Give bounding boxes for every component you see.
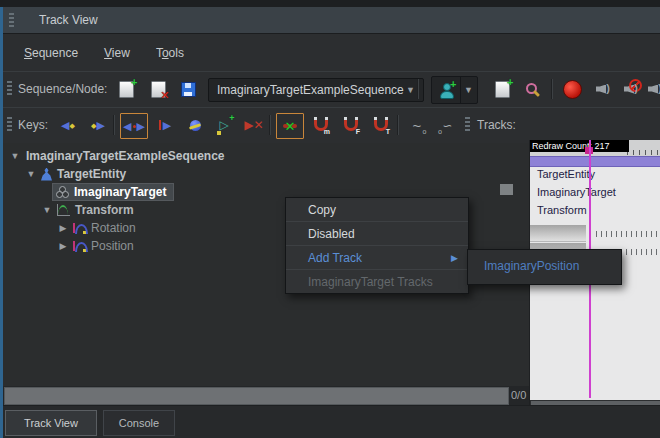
add-sequence-button[interactable]: +: [113, 77, 139, 101]
go-to-previous-key-button[interactable]: ◀◆: [55, 113, 81, 137]
play-sound-button[interactable]: [591, 77, 617, 101]
sequence-selection-band: [530, 156, 660, 167]
menu-bar: Sequence View Tools: [3, 37, 660, 68]
find-button[interactable]: [519, 77, 545, 101]
curve-track-icon: [73, 241, 86, 252]
timeline-row-label: Transform: [537, 204, 587, 216]
title-bar[interactable]: Track View: [3, 7, 660, 34]
expander-closed-icon[interactable]: [57, 241, 69, 251]
toolbar-separator: [113, 115, 114, 135]
timeline-row-label: TargetEntity: [537, 168, 595, 180]
person-plus-icon[interactable]: +: [432, 77, 461, 103]
track-gradient-block: [530, 225, 586, 242]
menu-view[interactable]: View: [93, 42, 141, 64]
expander-closed-icon[interactable]: [57, 223, 69, 233]
timeline-row-label: ImaginaryTarget: [537, 186, 616, 198]
expander-open-icon[interactable]: [25, 169, 37, 179]
delete-keys-button[interactable]: ▶✕: [241, 113, 267, 137]
context-menu-item-disabled[interactable]: Disabled: [286, 221, 468, 245]
record-button[interactable]: [559, 77, 585, 101]
toolbar-grip-icon[interactable]: [7, 81, 12, 95]
tree-item-imaginarytarget[interactable]: ImaginaryTarget: [53, 183, 173, 201]
curve-icon: ~o: [443, 118, 452, 133]
record-icon: [563, 80, 582, 99]
snap-magnet-button[interactable]: m: [307, 113, 333, 137]
track-row[interactable]: [530, 225, 660, 241]
selected-row-highlight: ImaginaryTarget: [53, 184, 173, 200]
key-diamond-icon: ◆: [70, 122, 75, 129]
speaker-slash-icon: [624, 82, 640, 97]
context-menu-item-imaginarytarget-tracks: ImaginaryTarget Tracks: [286, 269, 468, 293]
move-keys-button[interactable]: ◀▶: [120, 113, 148, 139]
scrollbar-thumb[interactable]: [4, 387, 509, 405]
window-title: Track View: [39, 13, 98, 27]
scale-keys-button[interactable]: [182, 113, 208, 137]
tree-item-transform[interactable]: Transform: [41, 201, 134, 219]
add-track-submenu: ImaginaryPosition: [467, 249, 622, 285]
snap-frame-button[interactable]: F: [337, 113, 363, 137]
menu-tools[interactable]: Tools: [145, 42, 195, 64]
tangent-in-button[interactable]: ~o: [404, 113, 430, 137]
mute-button[interactable]: [619, 77, 645, 101]
keys-label: Keys:: [18, 118, 48, 132]
tree-item-position[interactable]: Position: [57, 237, 134, 255]
go-to-next-key-button[interactable]: ◆▶: [85, 113, 111, 137]
arrow-right-icon: ▶: [96, 120, 104, 131]
tab-console[interactable]: Console: [103, 410, 175, 436]
menu-sequence[interactable]: Sequence: [13, 42, 89, 64]
tracks-label: Tracks:: [477, 118, 516, 132]
tree-horizontal-scrollbar[interactable]: 0/0: [3, 386, 529, 405]
add-selected-node-button[interactable]: + ▼: [431, 76, 478, 104]
bottom-tab-bar: Track View Console: [3, 405, 660, 438]
component-icon: [56, 186, 69, 198]
chevron-down-icon: ▼: [406, 85, 415, 95]
sequence-selector-combobox[interactable]: ImaginaryTargetExampleSequence ▼: [208, 78, 424, 102]
slide-keys-button[interactable]: ▶: [152, 113, 178, 137]
tab-track-view[interactable]: Track View: [5, 410, 97, 436]
arrow-left-icon: ◀: [123, 121, 131, 132]
document-plus-icon: +: [119, 81, 134, 98]
add-track-button[interactable]: +: [489, 77, 515, 101]
edit-sequence-button[interactable]: [175, 77, 201, 101]
delete-sequence-button[interactable]: ✕: [145, 77, 171, 101]
tree-item-targetentity[interactable]: TargetEntity: [25, 165, 126, 183]
scroll-indicator: 0/0: [511, 389, 526, 401]
submenu-arrow-icon: ▶: [451, 253, 458, 263]
snap-none-button[interactable]: ✕: [276, 113, 304, 139]
key-dot-icon: [133, 125, 136, 128]
toolbar-grip-icon[interactable]: [465, 117, 470, 131]
tangent-out-button[interactable]: ~o: [434, 113, 460, 137]
create-key-button[interactable]: ▷+: [211, 113, 237, 137]
clipboard-plus-icon: +: [495, 81, 510, 98]
snap-tick-button[interactable]: T: [367, 113, 393, 137]
curve-icon: ~o: [413, 118, 422, 133]
context-menu: Copy Disabled Add Track ▶ ImaginaryTarge…: [285, 197, 469, 294]
context-menu-item-copy[interactable]: Copy: [286, 198, 468, 221]
tree-scrollbar-thumb[interactable]: [500, 184, 513, 195]
sequence-node-label: Sequence/Node:: [18, 82, 107, 96]
curve-track-icon: [73, 223, 86, 234]
context-menu-item-add-track[interactable]: Add Track ▶: [286, 245, 468, 269]
tree-item-sequence[interactable]: ImaginaryTargetExampleSequence: [9, 147, 225, 165]
magnifier-key-icon: [525, 82, 540, 97]
toolbar-separator: [551, 79, 552, 99]
add-node-dropdown-arrow[interactable]: ▼: [461, 77, 476, 103]
toolbar-separator: [269, 115, 270, 135]
submenu-item-imaginaryposition[interactable]: ImaginaryPosition: [468, 250, 621, 282]
tree-item-rotation[interactable]: Rotation: [57, 219, 136, 237]
titlebar-grip-icon[interactable]: [9, 13, 14, 27]
speaker-x-icon: ✕: [648, 82, 660, 97]
track-ticks: [596, 231, 659, 237]
mute-all-button[interactable]: ✕: [643, 77, 660, 101]
key-bar-icon: [159, 120, 161, 130]
floppy-disk-icon: [181, 82, 196, 97]
toolbar-grip-icon[interactable]: [7, 117, 12, 131]
expander-open-icon[interactable]: [41, 205, 53, 215]
magnet-icon: T: [371, 117, 389, 133]
window-top-strip: [0, 0, 660, 7]
redraw-count-overlay: Redraw Count: 217: [530, 140, 629, 152]
document-delete-icon: ✕: [151, 81, 166, 98]
expander-open-icon[interactable]: [9, 151, 21, 161]
entity-icon: [41, 168, 52, 181]
transform-icon: [57, 204, 70, 216]
